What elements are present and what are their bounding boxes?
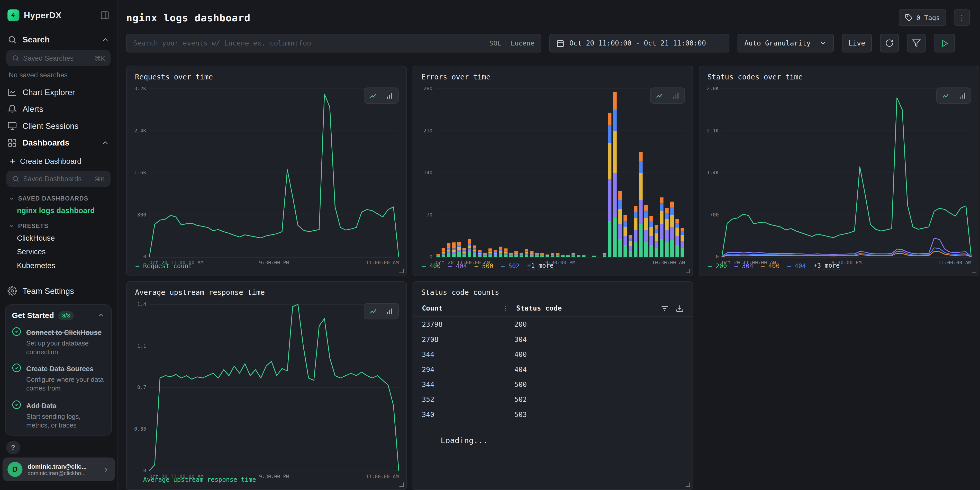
tags-button[interactable]: 0 Tags <box>899 9 946 25</box>
event-search-box[interactable]: SQL Lucene <box>126 34 541 52</box>
card-average-upstream-response-time: Average upstream response time 00.350.71… <box>126 281 407 490</box>
shortcut-hint: ⌘K <box>95 175 105 182</box>
presets-section-header[interactable]: PRESETS <box>0 218 117 231</box>
legend-item[interactable]: — Request count <box>136 262 192 269</box>
bar-chart-toggle-button[interactable] <box>954 89 969 102</box>
legend-item[interactable]: — 200 <box>708 262 727 269</box>
check-circle-icon <box>12 363 21 372</box>
legend-more-link[interactable]: +3 more <box>813 262 840 269</box>
legend-more-link[interactable]: +1 more <box>527 262 553 269</box>
sidebar-item-nginx-logs-dashboard[interactable]: nginx logs dashboard <box>0 204 117 218</box>
saved-dashboards-input[interactable]: ⌘K <box>6 171 111 187</box>
count-cell: 344 <box>422 350 514 359</box>
resize-handle[interactable] <box>399 269 404 273</box>
sidebar-item-kubernetes[interactable]: Kubernetes <box>0 259 117 272</box>
more-menu-button[interactable]: ⋮ <box>954 9 970 25</box>
column-header-count[interactable]: Count <box>422 304 502 313</box>
legend-item[interactable]: — Average upstream response time <box>136 476 256 483</box>
svg-text:1.4K: 1.4K <box>707 170 719 176</box>
saved-searches-field[interactable] <box>23 54 91 62</box>
resize-handle[interactable] <box>686 269 690 273</box>
sidebar-item-services[interactable]: Services <box>0 245 117 259</box>
line-chart-toggle-button[interactable] <box>366 305 380 318</box>
grid-icon <box>8 138 17 147</box>
sql-mode-button[interactable]: SQL <box>490 39 501 47</box>
granularity-select[interactable]: Auto Granularity <box>738 34 834 52</box>
user-menu[interactable]: D dominic.tran@clic... dominic.tran@clic… <box>3 458 115 481</box>
legend-item[interactable]: — 304 <box>735 262 753 269</box>
sidebar-section-search[interactable]: Search <box>0 30 117 48</box>
legend-item[interactable]: — 400 <box>761 262 780 269</box>
filter-button[interactable] <box>907 34 926 52</box>
requests-over-time-chart[interactable]: 08001.6K2.4K3.2KOct 20 11:00:00 AM9:30:0… <box>129 83 404 260</box>
legend-item[interactable]: — 404 <box>787 262 806 269</box>
legend-item[interactable]: — 502 <box>501 262 520 269</box>
resize-handle[interactable] <box>686 482 690 487</box>
column-header-status-code[interactable]: Status code <box>516 304 562 313</box>
card-requests-over-time: Requests over time 08001.6K2.4K3.2KOct 2… <box>126 65 407 276</box>
bar-chart-toggle-button[interactable] <box>382 305 397 318</box>
legend-item[interactable]: — 500 <box>474 262 493 269</box>
create-dashboard-button[interactable]: Create Dashboard <box>0 151 117 169</box>
refresh-button[interactable] <box>880 34 899 52</box>
get-started-step[interactable]: Connect to ClickHouse Set up your databa… <box>12 326 105 356</box>
help-button[interactable]: ? <box>6 441 20 454</box>
chart-title: Status code counts <box>422 288 499 297</box>
bar-chart-toggle-button[interactable] <box>668 89 683 102</box>
line-chart-toggle-button[interactable] <box>938 89 953 102</box>
lucene-mode-button[interactable]: Lucene <box>511 39 534 47</box>
resize-handle[interactable] <box>972 269 976 273</box>
get-started-step[interactable]: Create Data Sources Configure where your… <box>12 363 105 393</box>
status-code-cell: 304 <box>514 335 527 344</box>
count-cell: 294 <box>422 365 514 374</box>
get-started-step[interactable]: Add Data Start sending logs, metrics, or… <box>12 399 105 430</box>
download-button[interactable] <box>676 304 684 313</box>
hyperdx-logo-icon <box>8 9 19 21</box>
saved-searches-input[interactable]: ⌘K <box>6 50 111 66</box>
table-row[interactable]: 2708304 <box>413 332 692 347</box>
chevron-down-icon <box>819 39 827 47</box>
divider <box>506 39 506 47</box>
legend-item[interactable]: — 400 <box>422 262 441 269</box>
sidebar-item-dashboards[interactable]: Dashboards <box>0 134 117 151</box>
logo-row: HyperDX <box>0 0 117 30</box>
collapse-sidebar-button[interactable] <box>100 10 109 19</box>
bar-chart-toggle-button[interactable] <box>382 89 397 102</box>
chart-type-toggle <box>936 88 971 103</box>
column-resize-handle-icon[interactable] <box>502 305 509 312</box>
sidebar-item-client-sessions[interactable]: Client Sessions <box>0 118 117 134</box>
table-row[interactable]: 344500 <box>413 377 692 392</box>
average-upstream-response-time-chart[interactable]: 00.350.71.11.4Oct 20 11:00:00 AM9:30:00 … <box>129 298 404 474</box>
svg-text:0.7: 0.7 <box>137 384 146 390</box>
table-row[interactable]: 23798200 <box>413 317 692 332</box>
user-name: dominic.tran@clic... <box>27 463 97 470</box>
line-chart-toggle-button[interactable] <box>652 89 667 102</box>
card-status-code-counts: Status code counts Count Status code 237… <box>413 281 694 490</box>
table-row[interactable]: 352502 <box>413 392 692 407</box>
status-codes-over-time-chart[interactable]: 07001.4K2.1K2.8KOct 20 11:00:00 AM9:30:0… <box>702 83 976 259</box>
event-search-input[interactable] <box>133 39 485 47</box>
sidebar-item-chart-explorer[interactable]: Chart Explorer <box>0 84 117 101</box>
date-range-picker[interactable]: Oct 20 11:00:00 - Oct 21 11:00:00 <box>549 34 729 52</box>
sidebar-item-clickhouse[interactable]: ClickHouse <box>0 231 117 245</box>
table-row[interactable]: 294404 <box>413 362 692 377</box>
count-cell: 2708 <box>422 335 514 344</box>
resize-handle[interactable] <box>399 482 404 487</box>
saved-dashboards-field[interactable] <box>23 175 91 183</box>
legend-item[interactable]: — 404 <box>448 262 467 269</box>
saved-dashboards-section-header[interactable]: SAVED DASHBOARDS <box>0 190 117 204</box>
svg-text:210: 210 <box>423 128 433 134</box>
chevron-up-icon[interactable] <box>97 312 105 320</box>
table-row[interactable]: 340503 <box>413 407 692 422</box>
live-button[interactable]: Live <box>842 34 872 52</box>
sidebar-item-alerts[interactable]: Alerts <box>0 100 117 118</box>
run-query-button[interactable] <box>934 34 955 52</box>
table-row[interactable]: 344400 <box>413 347 692 362</box>
card-status-codes-over-time: Status codes over time 07001.4K2.1K2.8KO… <box>699 65 980 276</box>
sidebar-item-team-settings[interactable]: Team Settings <box>0 283 117 299</box>
svg-text:0: 0 <box>716 254 719 260</box>
line-chart-toggle-button[interactable] <box>366 89 380 102</box>
filter-columns-button[interactable] <box>661 304 669 313</box>
errors-over-time-chart[interactable]: 070140210280Oct 20 11:00:00 AM9:30:00 PM… <box>416 83 690 259</box>
svg-text:2.8K: 2.8K <box>707 86 719 92</box>
